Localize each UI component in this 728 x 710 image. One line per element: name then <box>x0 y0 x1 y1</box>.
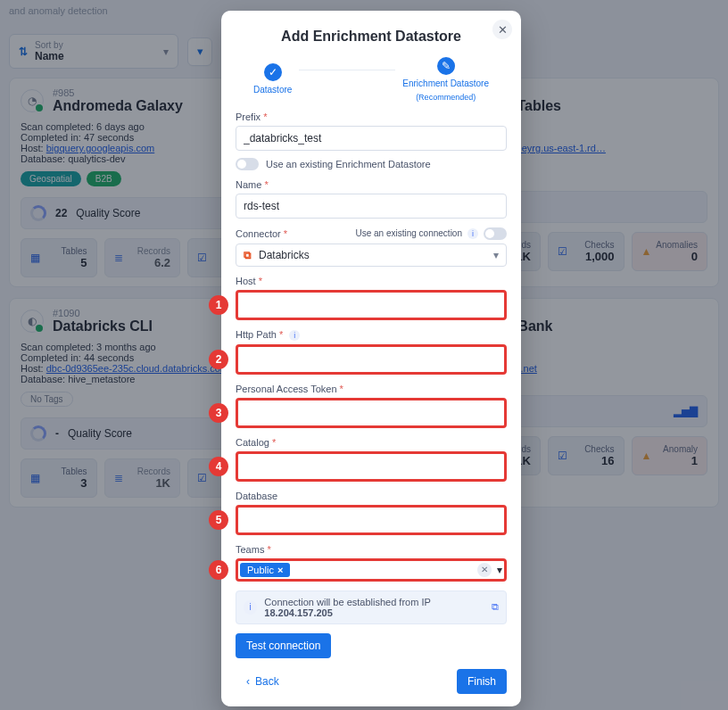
use-existing-conn-toggle[interactable] <box>484 227 507 240</box>
use-existing-toggle[interactable] <box>236 158 259 170</box>
httppath-label-row: Http Path i <box>236 329 507 341</box>
info-icon[interactable]: i <box>467 228 478 239</box>
connector-label: Connector <box>236 228 287 239</box>
step-check-icon: ✓ <box>264 63 282 81</box>
step-enrichment[interactable]: ✎ Enrichment Datastore (Recommended) <box>402 57 489 103</box>
teams-chip-public[interactable]: Public × <box>240 563 290 577</box>
stepper-line <box>299 70 395 70</box>
callout-badge-1: 1 <box>209 295 228 315</box>
pat-input[interactable] <box>240 402 502 424</box>
close-icon: ✕ <box>498 23 508 37</box>
step-datastore[interactable]: ✓ Datastore <box>253 63 292 95</box>
database-input[interactable] <box>240 509 502 531</box>
close-button[interactable]: ✕ <box>492 20 512 39</box>
chevron-down-icon: ▾ <box>497 564 502 576</box>
back-button[interactable]: ‹ Back <box>236 669 290 694</box>
chip-label: Public <box>247 565 274 575</box>
name-input[interactable] <box>236 194 507 219</box>
ip-value: 18.204.157.205 <box>264 607 332 618</box>
connector-value: Databricks <box>259 249 310 261</box>
info-icon: i <box>244 600 257 615</box>
teams-select[interactable]: Public × ✕ ▾ <box>236 558 507 582</box>
databricks-icon: ⧉ <box>244 249 252 261</box>
host-label: Host <box>236 276 507 286</box>
ip-info-row: i Connection will be established from IP… <box>236 590 507 624</box>
step-pencil-icon: ✎ <box>437 57 455 75</box>
test-connection-button[interactable]: Test connection <box>236 633 331 658</box>
copy-icon: ⧉ <box>492 601 499 612</box>
callout-badge-6: 6 <box>209 560 228 580</box>
prefix-label: Prefix <box>236 111 507 122</box>
httppath-input[interactable] <box>240 349 502 370</box>
callout-badge-5: 5 <box>209 510 228 530</box>
callout-badge-3: 3 <box>209 403 228 423</box>
chevron-left-icon: ‹ <box>246 675 250 688</box>
use-existing-label: Use an existing Enrichment Datastore <box>266 159 431 169</box>
database-label: Database <box>236 491 507 501</box>
chip-remove-icon[interactable]: × <box>277 565 283 575</box>
httppath-label: Http Path <box>236 329 283 340</box>
step-sublabel: (Recommended) <box>416 93 476 103</box>
name-label: Name <box>236 179 507 190</box>
info-icon[interactable]: i <box>289 330 300 341</box>
chevron-down-icon: ▾ <box>493 249 499 261</box>
back-label: Back <box>255 675 279 688</box>
wizard-stepper: ✓ Datastore ✎ Enrichment Datastore (Reco… <box>253 57 489 103</box>
prefix-input[interactable] <box>236 126 507 151</box>
add-enrichment-modal: ✕ Add Enrichment Datastore ✓ Datastore ✎… <box>221 11 521 706</box>
copy-ip-button[interactable]: ⧉ <box>492 601 499 613</box>
callout-badge-2: 2 <box>209 350 228 369</box>
step-label: Enrichment Datastore <box>402 78 489 89</box>
connector-select[interactable]: ⧉ Databricks ▾ <box>236 244 507 267</box>
teams-label: Teams <box>236 544 507 555</box>
pat-label: Personal Access Token <box>236 384 507 394</box>
finish-button[interactable]: Finish <box>457 669 507 694</box>
use-existing-conn-label: Use an existing connection <box>355 228 462 238</box>
catalog-input[interactable] <box>240 456 502 477</box>
clear-icon[interactable]: ✕ <box>477 563 492 577</box>
ip-text-prefix: Connection will be established from IP <box>264 597 430 607</box>
callout-badge-4: 4 <box>209 457 228 476</box>
catalog-label: Catalog <box>236 437 507 448</box>
host-input[interactable] <box>240 294 502 316</box>
step-label: Datastore <box>253 85 292 95</box>
modal-title: Add Enrichment Datastore <box>236 29 507 45</box>
